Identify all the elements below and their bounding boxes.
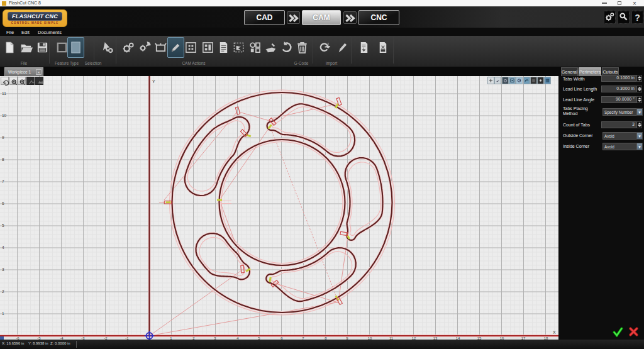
svg-text:11: 11 — [2, 91, 6, 96]
svg-text:10: 10 — [2, 113, 7, 118]
svg-text:2: 2 — [2, 289, 4, 294]
svg-text:5: 5 — [2, 223, 4, 228]
svg-text:8: 8 — [2, 157, 4, 162]
svg-text:4: 4 — [2, 245, 4, 250]
svg-text:X: X — [553, 330, 556, 335]
svg-text:3: 3 — [2, 267, 4, 272]
svg-text:9: 9 — [2, 135, 4, 140]
svg-text:1: 1 — [2, 311, 4, 316]
svg-text:Y: Y — [152, 79, 155, 84]
svg-text:6: 6 — [2, 201, 4, 206]
svg-text:7: 7 — [2, 179, 4, 184]
